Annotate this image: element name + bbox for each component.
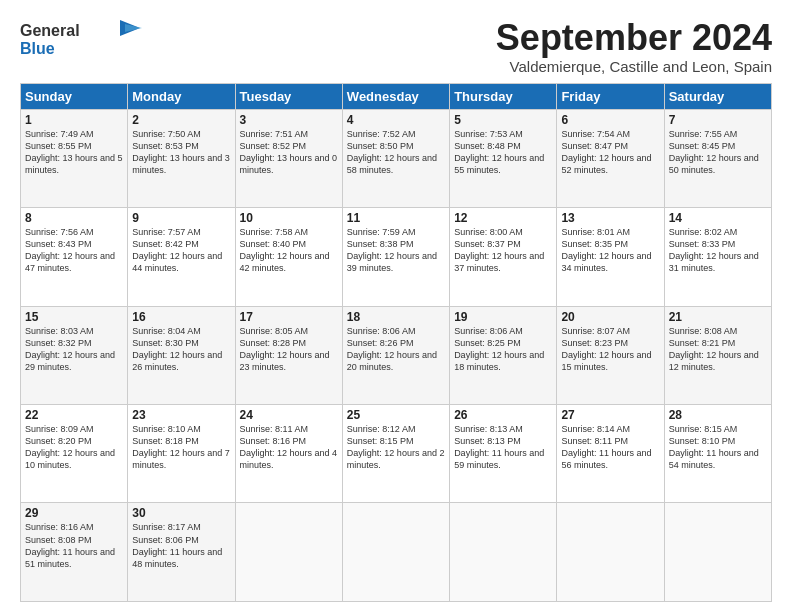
- day-number: 17: [240, 310, 338, 324]
- title-section: September 2024 Valdemierque, Castille an…: [496, 18, 772, 75]
- day-info: Sunrise: 8:11 AMSunset: 8:16 PMDaylight:…: [240, 423, 338, 472]
- day-number: 19: [454, 310, 552, 324]
- day-info: Sunrise: 8:03 AMSunset: 8:32 PMDaylight:…: [25, 325, 123, 374]
- day-info: Sunrise: 7:52 AMSunset: 8:50 PMDaylight:…: [347, 128, 445, 177]
- day-info: Sunrise: 7:49 AMSunset: 8:55 PMDaylight:…: [25, 128, 123, 177]
- header-wednesday: Wednesday: [342, 83, 449, 109]
- day-info: Sunrise: 8:02 AMSunset: 8:33 PMDaylight:…: [669, 226, 767, 275]
- day-number: 18: [347, 310, 445, 324]
- day-info: Sunrise: 7:55 AMSunset: 8:45 PMDaylight:…: [669, 128, 767, 177]
- header-thursday: Thursday: [450, 83, 557, 109]
- day-info: Sunrise: 7:59 AMSunset: 8:38 PMDaylight:…: [347, 226, 445, 275]
- day-info: Sunrise: 8:14 AMSunset: 8:11 PMDaylight:…: [561, 423, 659, 472]
- day-info: Sunrise: 8:00 AMSunset: 8:37 PMDaylight:…: [454, 226, 552, 275]
- svg-text:General: General: [20, 22, 80, 39]
- svg-text:Blue: Blue: [20, 40, 55, 57]
- day-info: Sunrise: 8:08 AMSunset: 8:21 PMDaylight:…: [669, 325, 767, 374]
- day-info: Sunrise: 8:04 AMSunset: 8:30 PMDaylight:…: [132, 325, 230, 374]
- day-info: Sunrise: 8:09 AMSunset: 8:20 PMDaylight:…: [25, 423, 123, 472]
- month-title: September 2024: [496, 18, 772, 58]
- day-info: Sunrise: 8:06 AMSunset: 8:26 PMDaylight:…: [347, 325, 445, 374]
- header-saturday: Saturday: [664, 83, 771, 109]
- day-number: 9: [132, 211, 230, 225]
- day-info: Sunrise: 8:16 AMSunset: 8:08 PMDaylight:…: [25, 521, 123, 570]
- day-number: 16: [132, 310, 230, 324]
- header-sunday: Sunday: [21, 83, 128, 109]
- header-monday: Monday: [128, 83, 235, 109]
- calendar-table: Sunday Monday Tuesday Wednesday Thursday…: [20, 83, 772, 602]
- day-number: 12: [454, 211, 552, 225]
- logo: General Blue: [20, 18, 152, 64]
- day-number: 30: [132, 506, 230, 520]
- day-number: 15: [25, 310, 123, 324]
- day-number: 10: [240, 211, 338, 225]
- day-info: Sunrise: 8:17 AMSunset: 8:06 PMDaylight:…: [132, 521, 230, 570]
- day-info: Sunrise: 8:15 AMSunset: 8:10 PMDaylight:…: [669, 423, 767, 472]
- day-info: Sunrise: 7:57 AMSunset: 8:42 PMDaylight:…: [132, 226, 230, 275]
- day-info: Sunrise: 8:01 AMSunset: 8:35 PMDaylight:…: [561, 226, 659, 275]
- day-number: 7: [669, 113, 767, 127]
- day-number: 6: [561, 113, 659, 127]
- day-info: Sunrise: 7:54 AMSunset: 8:47 PMDaylight:…: [561, 128, 659, 177]
- day-number: 2: [132, 113, 230, 127]
- day-info: Sunrise: 7:58 AMSunset: 8:40 PMDaylight:…: [240, 226, 338, 275]
- page: General Blue September 2024 Valdemierque…: [0, 0, 792, 612]
- svg-marker-3: [125, 24, 142, 32]
- day-number: 11: [347, 211, 445, 225]
- day-number: 28: [669, 408, 767, 422]
- day-number: 14: [669, 211, 767, 225]
- day-number: 27: [561, 408, 659, 422]
- day-info: Sunrise: 8:10 AMSunset: 8:18 PMDaylight:…: [132, 423, 230, 472]
- day-info: Sunrise: 7:51 AMSunset: 8:52 PMDaylight:…: [240, 128, 338, 177]
- day-number: 29: [25, 506, 123, 520]
- day-info: Sunrise: 8:07 AMSunset: 8:23 PMDaylight:…: [561, 325, 659, 374]
- day-number: 3: [240, 113, 338, 127]
- header-tuesday: Tuesday: [235, 83, 342, 109]
- day-number: 20: [561, 310, 659, 324]
- day-number: 1: [25, 113, 123, 127]
- day-info: Sunrise: 7:56 AMSunset: 8:43 PMDaylight:…: [25, 226, 123, 275]
- header: General Blue September 2024 Valdemierque…: [20, 18, 772, 75]
- day-info: Sunrise: 8:12 AMSunset: 8:15 PMDaylight:…: [347, 423, 445, 472]
- day-info: Sunrise: 8:05 AMSunset: 8:28 PMDaylight:…: [240, 325, 338, 374]
- day-info: Sunrise: 7:53 AMSunset: 8:48 PMDaylight:…: [454, 128, 552, 177]
- calendar-header-row: Sunday Monday Tuesday Wednesday Thursday…: [21, 83, 772, 109]
- day-number: 8: [25, 211, 123, 225]
- header-friday: Friday: [557, 83, 664, 109]
- day-number: 24: [240, 408, 338, 422]
- day-info: Sunrise: 8:13 AMSunset: 8:13 PMDaylight:…: [454, 423, 552, 472]
- day-info: Sunrise: 8:06 AMSunset: 8:25 PMDaylight:…: [454, 325, 552, 374]
- day-info: Sunrise: 7:50 AMSunset: 8:53 PMDaylight:…: [132, 128, 230, 177]
- location: Valdemierque, Castille and Leon, Spain: [496, 58, 772, 75]
- day-number: 25: [347, 408, 445, 422]
- day-number: 4: [347, 113, 445, 127]
- day-number: 26: [454, 408, 552, 422]
- day-number: 13: [561, 211, 659, 225]
- day-number: 21: [669, 310, 767, 324]
- day-number: 23: [132, 408, 230, 422]
- day-number: 22: [25, 408, 123, 422]
- day-number: 5: [454, 113, 552, 127]
